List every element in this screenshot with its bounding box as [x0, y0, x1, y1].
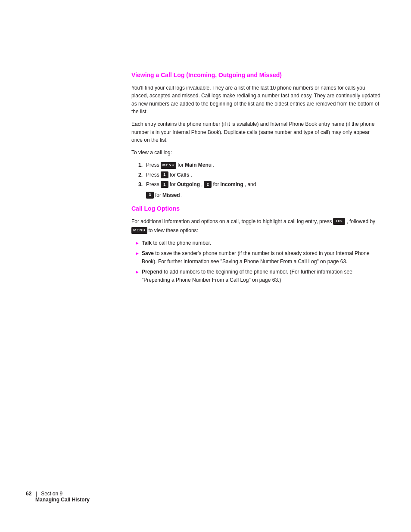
footer-separator: | [36, 491, 37, 497]
step-1-label: Main Menu [185, 161, 212, 169]
bullet-arrow-save: ► [135, 250, 142, 257]
step-3-and: , and [245, 180, 256, 189]
footer: 62 | Section 9 Managing Call History [26, 491, 90, 503]
page-container: Viewing a Call Log (Incoming, Outgoing a… [0, 0, 411, 532]
step-2-for: for [170, 171, 176, 179]
step-3-key1: 1 [161, 181, 168, 188]
section2-para-text2: , followed by [346, 218, 375, 226]
bullet-talk-label: Talk [142, 240, 152, 246]
main-content: Viewing a Call Log (Incoming, Outgoing a… [131, 71, 381, 289]
step-1-number: 1. [138, 161, 146, 169]
section2-para-text1: For additional information and options o… [131, 218, 332, 226]
step-2-key: 1 [161, 171, 168, 178]
bullet-talk-content: Talk to call the phone number. [142, 239, 381, 247]
step-3-label3: Missed [162, 191, 180, 199]
bullet-prepend-text: to add numbers to the beginning of the p… [142, 269, 352, 283]
footer-section-label: Section 9 [41, 491, 62, 497]
step-1-for: for [177, 161, 184, 169]
step-3: 3. Press 1 for Outgoing, 2 for Incoming,… [138, 180, 381, 199]
step-1-period: . [213, 161, 214, 169]
footer-page-number: 62 [26, 491, 31, 497]
section2-para-text3: to view these options: [149, 227, 198, 235]
step-2-period: . [190, 171, 192, 179]
bullet-save: ► Save to save the sender's phone number… [135, 249, 381, 265]
section1-title: Viewing a Call Log (Incoming, Outgoing a… [131, 71, 381, 80]
section1-intro: To view a call log: [131, 149, 381, 157]
steps-list: 1. Press MENU for Main Menu. 2. Press 1 … [138, 161, 381, 199]
step-3-content: Press 1 for Outgoing, 2 for Incoming, an… [146, 180, 294, 199]
section2-paragraph: For additional information and options o… [131, 218, 381, 235]
section2-ok-key: OK [333, 218, 345, 225]
step-1-press: Press [146, 161, 159, 169]
step-3-number: 3. [138, 180, 146, 189]
step-2-press: Press [146, 171, 159, 179]
step-3-for2: for [213, 180, 219, 189]
step-2-label: Calls [177, 171, 190, 179]
step-3-key2: 2 [204, 181, 212, 188]
bullet-arrow-prepend: ► [135, 268, 142, 276]
bullet-save-label: Save [142, 250, 154, 256]
step-1: 1. Press MENU for Main Menu. [138, 161, 381, 169]
footer-section-title: Managing Call History [35, 497, 90, 503]
section1-paragraph2: Each entry contains the phone number (if… [131, 120, 381, 144]
step-3-period: . [181, 191, 183, 199]
bullet-save-content: Save to save the sender's phone number (… [142, 249, 381, 265]
step-2: 2. Press 1 for Calls. [138, 171, 381, 179]
step-2-number: 2. [138, 171, 146, 179]
step-3-comma: , [201, 180, 202, 189]
bullet-talk-text: to call the phone number. [152, 240, 211, 246]
section1-paragraph1: You'll find your call logs invaluable. T… [131, 84, 381, 116]
bullet-prepend-content: Prepend to add numbers to the beginning … [142, 268, 381, 284]
step-1-content: Press MENU for Main Menu. [146, 161, 215, 169]
bullet-prepend-label: Prepend [142, 269, 162, 275]
options-bullet-list: ► Talk to call the phone number. ► Save … [135, 239, 381, 284]
step-3-for3: for [155, 191, 161, 199]
bullet-talk: ► Talk to call the phone number. [135, 239, 381, 247]
step-3-press: Press [146, 180, 159, 189]
step-3-for1: for [170, 180, 176, 189]
step-3-last-line: 3 for Missed. [146, 191, 294, 199]
bullet-arrow-talk: ► [135, 240, 142, 247]
section-viewing-call-log: Viewing a Call Log (Incoming, Outgoing a… [131, 71, 381, 199]
step-3-key3: 3 [146, 192, 154, 199]
section2-menu-key: MENU [131, 227, 147, 234]
bullet-save-text: to save the sender's phone number (if th… [142, 250, 370, 264]
bullet-prepend: ► Prepend to add numbers to the beginnin… [135, 268, 381, 284]
step-3-label2: Incoming [220, 180, 243, 189]
step-3-label1: Outgoing [177, 180, 200, 189]
step-2-content: Press 1 for Calls. [146, 171, 192, 179]
step-1-key: MENU [161, 162, 177, 169]
section-call-log-options: Call Log Options For additional informat… [131, 205, 381, 284]
section2-title: Call Log Options [131, 205, 381, 213]
